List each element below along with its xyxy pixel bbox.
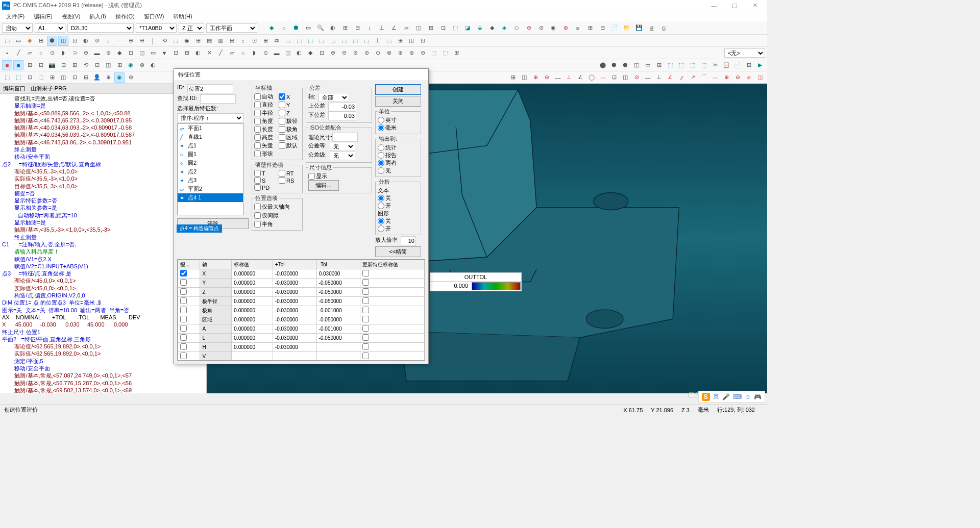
tool-icon[interactable]: ╱: [13, 48, 23, 58]
tool-icon[interactable]: ⊘: [631, 72, 642, 83]
feature-list[interactable]: ▱平面1╱直线1✦点1○圆1○圆2✦点2✦点3▱平面2✦点4 1: [177, 123, 243, 215]
tool-icon[interactable]: —: [553, 72, 563, 83]
tool-icon[interactable]: ◫: [406, 36, 416, 46]
combo-probe[interactable]: D2L30: [67, 23, 134, 33]
tool-icon[interactable]: ⬚: [665, 60, 675, 70]
tolgrade-select[interactable]: 无: [330, 151, 355, 160]
tool-icon[interactable]: ⟲: [81, 60, 91, 70]
tool-icon[interactable]: ◐: [81, 36, 91, 46]
tool-icon[interactable]: ⬚: [361, 36, 372, 46]
maximize-button[interactable]: ▢: [724, 1, 745, 11]
tool-icon[interactable]: ⬚: [688, 60, 698, 70]
tool-icon[interactable]: ⬚: [384, 36, 394, 46]
menu-operate[interactable]: 操作(Q): [111, 12, 139, 21]
tool-icon[interactable]: ↕: [238, 36, 248, 46]
tool-icon[interactable]: ⊛: [126, 72, 136, 83]
tool-icon[interactable]: ╱: [215, 48, 226, 58]
tool-icon[interactable]: ⬤: [598, 60, 608, 70]
tool-icon[interactable]: ▭: [643, 60, 653, 70]
tool-icon[interactable]: ⬢: [609, 60, 619, 70]
grid-row[interactable]: X0.000000-0.0300000.030000: [178, 269, 425, 279]
tool-icon[interactable]: ⬙: [475, 23, 485, 33]
tool-icon[interactable]: ◫: [103, 60, 113, 70]
tool-icon[interactable]: ⊕: [530, 72, 541, 83]
create-button[interactable]: 创建: [375, 84, 421, 95]
tool-icon[interactable]: ◪: [462, 23, 473, 33]
ime-mic-icon[interactable]: 🎤: [722, 393, 730, 400]
tool-icon[interactable]: ⊥: [377, 23, 387, 33]
tool-icon[interactable]: ⊙: [373, 48, 383, 58]
feature-item[interactable]: ✦点4 1: [178, 193, 243, 202]
combo-zplus[interactable]: Z 正: [179, 23, 204, 33]
mag-input[interactable]: [401, 236, 416, 245]
cube-icon[interactable]: ⬚: [2, 36, 12, 46]
tool-icon[interactable]: ⧉: [272, 36, 282, 46]
tool-icon[interactable]: ⌒: [699, 72, 709, 83]
feature-item[interactable]: ╱直线1: [178, 133, 243, 141]
tool-icon[interactable]: ⊃: [69, 48, 80, 58]
close-button[interactable]: ✕: [745, 1, 765, 11]
tool-icon[interactable]: ⌓: [598, 72, 608, 83]
tool-icon[interactable]: ▬: [92, 48, 102, 58]
tool-icon[interactable]: 📁: [622, 23, 632, 33]
tool-icon[interactable]: ⊗: [350, 48, 360, 58]
tool-icon[interactable]: ↕: [364, 23, 375, 33]
feature-item[interactable]: ✦点3: [178, 176, 243, 185]
find-input[interactable]: [200, 94, 236, 104]
tool-icon[interactable]: ⬢: [47, 36, 57, 46]
tool-icon[interactable]: 📄: [609, 23, 620, 33]
tool-icon[interactable]: ⊡: [418, 36, 428, 46]
tool-icon[interactable]: ▥: [215, 36, 226, 46]
tool-icon[interactable]: ✂: [710, 60, 720, 70]
feature-item[interactable]: ✦点2: [178, 167, 243, 176]
tool-icon[interactable]: ⊡: [316, 48, 327, 58]
sort-select[interactable]: 排序:程序 ↑: [177, 113, 243, 122]
tool-icon[interactable]: ⬚: [429, 48, 439, 58]
tool-icon[interactable]: ⊕: [721, 72, 731, 83]
tol-up-input[interactable]: [328, 102, 356, 111]
tool-icon[interactable]: 📷: [47, 60, 57, 70]
tool-icon[interactable]: ◆: [266, 23, 277, 33]
tool-icon[interactable]: ⊞: [36, 36, 46, 46]
tool-icon[interactable]: —: [643, 72, 653, 83]
tool-icon[interactable]: 📋: [721, 60, 731, 70]
edit-button[interactable]: 编辑...: [308, 180, 339, 191]
tool-icon[interactable]: ◗: [58, 48, 68, 58]
tool-icon[interactable]: ⊖: [81, 48, 91, 58]
tool-icon[interactable]: ⊖: [542, 72, 552, 83]
iso-nom-input[interactable]: [332, 133, 358, 142]
tool-icon[interactable]: ⊘: [361, 48, 372, 58]
grid-row[interactable]: 区域0.000000-0.030000-0.050000: [178, 315, 425, 324]
combo-none[interactable]: <无>: [724, 48, 765, 58]
tool-icon[interactable]: ⊜: [103, 48, 113, 58]
tool-icon[interactable]: ◫: [631, 60, 642, 70]
tool-icon[interactable]: ▭: [148, 48, 158, 58]
feature-item[interactable]: ✦点1: [178, 141, 243, 150]
tool-icon[interactable]: ○: [279, 23, 289, 33]
tool-icon[interactable]: ⬚: [305, 36, 315, 46]
recalc-button[interactable]: <<精简: [375, 246, 421, 257]
tool-icon[interactable]: ⊕: [126, 36, 136, 46]
tool-icon[interactable]: ⌓: [710, 72, 720, 83]
ime-face-icon[interactable]: ☺: [745, 393, 751, 400]
tool-icon[interactable]: ◫: [620, 72, 630, 83]
tool-icon[interactable]: ▬: [272, 48, 282, 58]
tool-icon[interactable]: ▭: [303, 23, 313, 33]
tool-icon[interactable]: ⊛: [395, 48, 405, 58]
tool-icon[interactable]: ⊡: [249, 36, 259, 46]
grid-row[interactable]: 极半径0.000000-0.030000-0.050000: [178, 297, 425, 306]
grid-row[interactable]: L0.000000-0.030000-0.050000: [178, 334, 425, 343]
tool-icon[interactable]: ⊡: [36, 60, 46, 70]
tool-icon[interactable]: ⊞: [24, 60, 35, 70]
tool-icon[interactable]: ⬚: [350, 36, 360, 46]
tool-icon[interactable]: ⊕: [103, 72, 113, 83]
tool-icon[interactable]: │: [148, 36, 158, 46]
tool-icon[interactable]: ⊥: [654, 72, 664, 83]
tool-icon[interactable]: ∠: [575, 72, 585, 83]
tool-icon[interactable]: ⊞: [451, 48, 461, 58]
feature-item[interactable]: ▱平面1: [178, 124, 243, 133]
tool-icon[interactable]: ⊟: [227, 36, 237, 46]
tool-icon[interactable]: ◫: [58, 36, 68, 46]
tool-icon[interactable]: ◯: [586, 72, 597, 83]
tool-icon[interactable]: 👤: [92, 72, 102, 83]
